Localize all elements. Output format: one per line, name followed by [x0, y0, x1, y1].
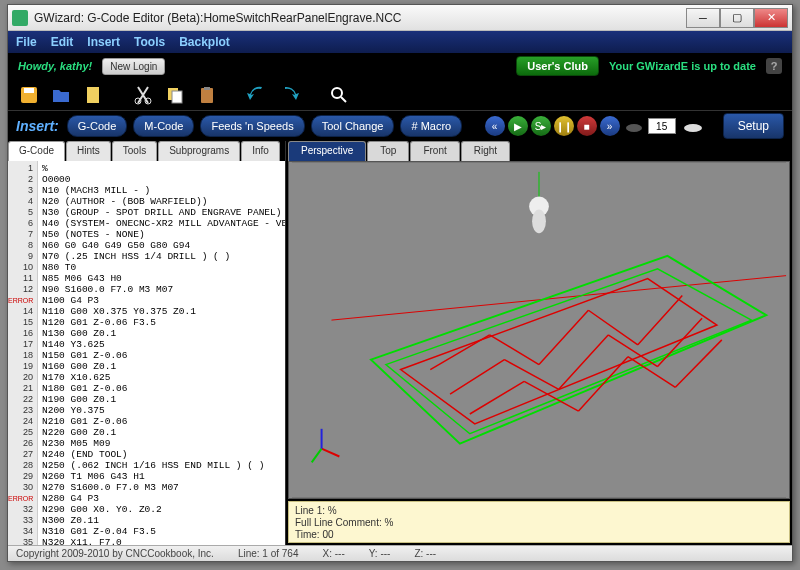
- app-icon: [12, 10, 28, 26]
- play-button[interactable]: ▶: [508, 116, 528, 136]
- status-y: Y: ---: [369, 548, 391, 559]
- main-area: G-Code Hints Tools Subprograms Info 1234…: [8, 141, 792, 545]
- tab-right[interactable]: Right: [461, 141, 510, 161]
- rewind-button[interactable]: «: [485, 116, 505, 136]
- main-toolbar: [8, 79, 792, 111]
- step-button[interactable]: S▸: [531, 116, 551, 136]
- users-club-button[interactable]: User's Club: [516, 56, 599, 76]
- maximize-button[interactable]: ▢: [720, 8, 754, 28]
- paste-icon[interactable]: [196, 84, 218, 106]
- tab-hints[interactable]: Hints: [66, 141, 111, 161]
- svg-rect-1: [24, 88, 34, 93]
- speed-input[interactable]: [648, 118, 676, 134]
- titlebar: GWizard: G-Code Editor (Beta):HomeSwitch…: [8, 5, 792, 31]
- app-window: GWizard: G-Code Editor (Beta):HomeSwitch…: [7, 4, 793, 562]
- insert-mcode-button[interactable]: M-Code: [133, 115, 194, 137]
- tab-front[interactable]: Front: [410, 141, 459, 161]
- insert-toolchange-button[interactable]: Tool Change: [311, 115, 395, 137]
- update-status: Your GWizardE is up to date: [609, 60, 756, 72]
- svg-point-10: [626, 124, 642, 132]
- insert-gcode-button[interactable]: G-Code: [67, 115, 128, 137]
- menu-edit[interactable]: Edit: [51, 35, 74, 49]
- code-text[interactable]: % O0000 N10 (MACH3 MILL - ) N20 (AUTHOR …: [38, 161, 285, 545]
- menubar: File Edit Insert Tools Backplot: [8, 31, 792, 53]
- pause-button[interactable]: ❙❙: [554, 116, 574, 136]
- info-panel: Line 1: % Full Line Comment: % Time: 00: [288, 501, 790, 543]
- svg-marker-17: [386, 269, 752, 434]
- insert-macro-button[interactable]: # Macro: [400, 115, 462, 137]
- 3d-viewport[interactable]: [288, 161, 790, 499]
- tab-gcode[interactable]: G-Code: [8, 141, 65, 161]
- help-button[interactable]: ?: [766, 58, 782, 74]
- status-z: Z: ---: [414, 548, 436, 559]
- redo-icon[interactable]: [278, 84, 300, 106]
- greeting-row: Howdy, kathy! New Login User's Club Your…: [8, 53, 792, 79]
- line-gutter: 123456789101112ERROR14151617181920212223…: [8, 161, 38, 545]
- greeting-text: Howdy, kathy!: [18, 60, 92, 72]
- copy-icon[interactable]: [164, 84, 186, 106]
- save-icon[interactable]: [18, 84, 40, 106]
- tortoise-icon: [623, 119, 645, 133]
- menu-file[interactable]: File: [16, 35, 37, 49]
- close-button[interactable]: ✕: [754, 8, 788, 28]
- svg-point-9: [332, 88, 342, 98]
- svg-line-21: [312, 449, 322, 463]
- svg-line-15: [331, 276, 786, 320]
- status-x: X: ---: [323, 548, 345, 559]
- file-icon[interactable]: [82, 84, 104, 106]
- status-line: Line: 1 of 764: [238, 548, 299, 559]
- view-panel: Perspective Top Front Right: [286, 141, 792, 545]
- tab-top[interactable]: Top: [367, 141, 409, 161]
- svg-rect-7: [201, 88, 213, 103]
- code-panel: G-Code Hints Tools Subprograms Info 1234…: [8, 141, 286, 545]
- svg-marker-16: [371, 256, 766, 444]
- menu-insert[interactable]: Insert: [87, 35, 120, 49]
- undo-icon[interactable]: [246, 84, 268, 106]
- code-editor[interactable]: 123456789101112ERROR14151617181920212223…: [8, 161, 285, 545]
- svg-rect-6: [172, 91, 182, 103]
- svg-point-19: [532, 209, 546, 233]
- hare-icon: [679, 119, 705, 133]
- cut-icon[interactable]: [132, 84, 154, 106]
- window-title: GWizard: G-Code Editor (Beta):HomeSwitch…: [34, 11, 686, 25]
- insert-label: Insert:: [16, 118, 59, 134]
- forward-button[interactable]: »: [600, 116, 620, 136]
- new-login-button[interactable]: New Login: [102, 58, 165, 75]
- svg-point-11: [684, 124, 702, 132]
- menu-backplot[interactable]: Backplot: [179, 35, 230, 49]
- tab-tools[interactable]: Tools: [112, 141, 157, 161]
- search-icon[interactable]: [328, 84, 350, 106]
- tab-subprograms[interactable]: Subprograms: [158, 141, 240, 161]
- svg-line-20: [322, 449, 340, 457]
- svg-rect-2: [87, 87, 99, 103]
- stop-button[interactable]: ■: [577, 116, 597, 136]
- tab-perspective[interactable]: Perspective: [288, 141, 366, 161]
- status-bar: Copyright 2009-2010 by CNCCookbook, Inc.…: [8, 545, 792, 561]
- info-time: Time: 00: [295, 529, 783, 541]
- setup-button[interactable]: Setup: [723, 113, 784, 139]
- info-line: Line 1: %: [295, 505, 783, 517]
- minimize-button[interactable]: ─: [686, 8, 720, 28]
- info-comment: Full Line Comment: %: [295, 517, 783, 529]
- insert-row: Insert: G-Code M-Code Feeds 'n Speeds To…: [8, 111, 792, 141]
- open-icon[interactable]: [50, 84, 72, 106]
- menu-tools[interactable]: Tools: [134, 35, 165, 49]
- svg-rect-8: [204, 87, 210, 90]
- insert-feeds-button[interactable]: Feeds 'n Speeds: [200, 115, 304, 137]
- playback-controls: « ▶ S▸ ❙❙ ■ »: [485, 116, 705, 136]
- tab-info[interactable]: Info: [241, 141, 280, 161]
- copyright: Copyright 2009-2010 by CNCCookbook, Inc.: [16, 548, 214, 559]
